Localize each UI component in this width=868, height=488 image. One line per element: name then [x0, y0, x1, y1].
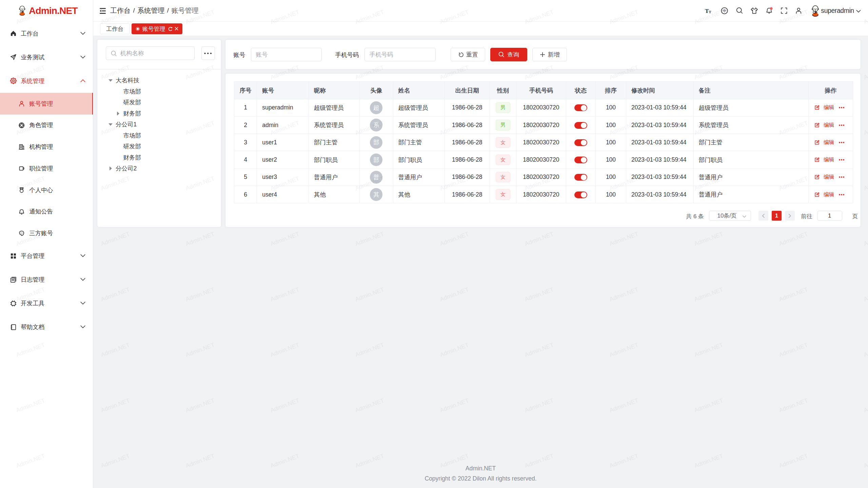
svg-text:T: T [705, 8, 709, 14]
svg-text:中: 中 [723, 8, 726, 13]
svg-text:T: T [709, 10, 712, 14]
